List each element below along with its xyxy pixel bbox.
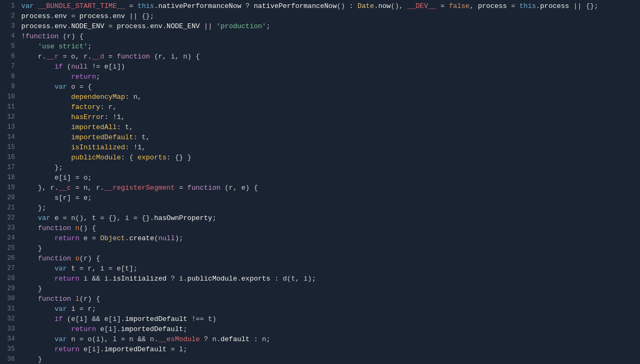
line-num-32: 32 xyxy=(0,314,15,324)
line-num-18: 18 xyxy=(0,173,15,183)
line-num-13: 13 xyxy=(0,122,15,132)
line-num-23: 23 xyxy=(0,223,15,233)
code-line-10: dependencyMap: n, xyxy=(19,92,640,102)
code-line-13: importedAll: t, xyxy=(19,122,640,132)
code-line-27: var t = r, i = e[t]; xyxy=(19,264,640,274)
code-line-32: if (e[i] && e[i].importedDefault !== t) xyxy=(19,314,640,324)
line-num-29: 29 xyxy=(0,284,15,294)
line-num-36: 36 xyxy=(0,354,15,364)
code-content: var __BUNDLE_START_TIME__ = this.nativeP… xyxy=(19,0,640,364)
line-num-4: 4 xyxy=(0,31,15,41)
line-num-8: 8 xyxy=(0,72,15,82)
line-num-31: 31 xyxy=(0,304,15,314)
code-line-2: process.env = process.env || {}; xyxy=(19,11,640,21)
line-num-20: 20 xyxy=(0,193,15,203)
line-num-2: 2 xyxy=(0,11,15,21)
line-num-17: 17 xyxy=(0,163,15,173)
code-line-30: function l(r) { xyxy=(19,294,640,304)
code-line-17: }; xyxy=(19,163,640,173)
line-num-5: 5 xyxy=(0,41,15,52)
line-num-11: 11 xyxy=(0,102,15,112)
line-num-28: 28 xyxy=(0,274,15,284)
line-num-34: 34 xyxy=(0,334,15,344)
code-line-20: s[r] = e; xyxy=(19,193,640,203)
code-line-9: var o = { xyxy=(19,82,640,92)
line-num-19: 19 xyxy=(0,183,15,193)
line-num-12: 12 xyxy=(0,112,15,122)
line-num-7: 7 xyxy=(0,62,15,72)
code-line-28: return i && i.isInitialized ? i.publicMo… xyxy=(19,274,640,284)
code-line-12: hasError: !1, xyxy=(19,112,640,122)
line-numbers: 1 2 3 4 5 6 7 8 9 10 11 12 13 14 15 16 1… xyxy=(0,0,19,364)
code-line-29: } xyxy=(19,284,640,294)
code-line-7: if (null != e[i]) xyxy=(19,62,640,72)
line-num-24: 24 xyxy=(0,233,15,243)
code-line-22: var e = n(), t = {}, i = {}.hasOwnProper… xyxy=(19,213,640,223)
code-line-11: factory: r, xyxy=(19,102,640,112)
code-editor: 1 2 3 4 5 6 7 8 9 10 11 12 13 14 15 16 1… xyxy=(0,0,640,364)
line-num-21: 21 xyxy=(0,203,15,213)
code-line-21: }; xyxy=(19,203,640,213)
code-line-33: return e[i].importedDefault; xyxy=(19,324,640,334)
line-num-27: 27 xyxy=(0,264,15,274)
code-line-3: process.env.NODE_ENV = process.env.NODE_… xyxy=(19,21,640,31)
code-line-31: var i = r; xyxy=(19,304,640,314)
code-line-23: function n() { xyxy=(19,223,640,233)
code-line-19: }, r.__c = n, r.__registerSegment = func… xyxy=(19,183,640,193)
code-line-25: } xyxy=(19,243,640,253)
line-num-22: 22 xyxy=(0,213,15,223)
code-line-35: return e[i].importedDefault = l; xyxy=(19,344,640,354)
code-line-36: } xyxy=(19,354,640,364)
line-num-25: 25 xyxy=(0,243,15,253)
line-num-1: 1 xyxy=(0,1,15,11)
code-line-1: var __BUNDLE_START_TIME__ = this.nativeP… xyxy=(19,1,640,11)
line-num-26: 26 xyxy=(0,253,15,264)
code-line-16: publicModule: { exports: {} } xyxy=(19,153,640,163)
code-line-15: isInitialized: !1, xyxy=(19,142,640,153)
line-num-33: 33 xyxy=(0,324,15,334)
line-num-35: 35 xyxy=(0,344,15,354)
line-num-16: 16 xyxy=(0,153,15,163)
code-line-24: return e = Object.create(null); xyxy=(19,233,640,243)
code-line-5: 'use strict'; xyxy=(19,41,640,52)
line-num-15: 15 xyxy=(0,142,15,153)
line-num-30: 30 xyxy=(0,294,15,304)
code-line-26: function o(r) { xyxy=(19,253,640,264)
code-line-18: e[i] = o; xyxy=(19,173,640,183)
code-line-4: !function (r) { xyxy=(19,31,640,41)
line-num-3: 3 xyxy=(0,21,15,31)
code-line-8: return; xyxy=(19,72,640,82)
code-line-6: r.__r = o, r.__d = function (r, i, n) { xyxy=(19,52,640,62)
code-line-14: importedDefault: t, xyxy=(19,132,640,142)
line-num-9: 9 xyxy=(0,82,15,92)
line-num-6: 6 xyxy=(0,52,15,62)
line-num-14: 14 xyxy=(0,132,15,142)
line-num-10: 10 xyxy=(0,92,15,102)
code-line-34: var n = o(i), l = n && n.__esModule ? n.… xyxy=(19,334,640,344)
